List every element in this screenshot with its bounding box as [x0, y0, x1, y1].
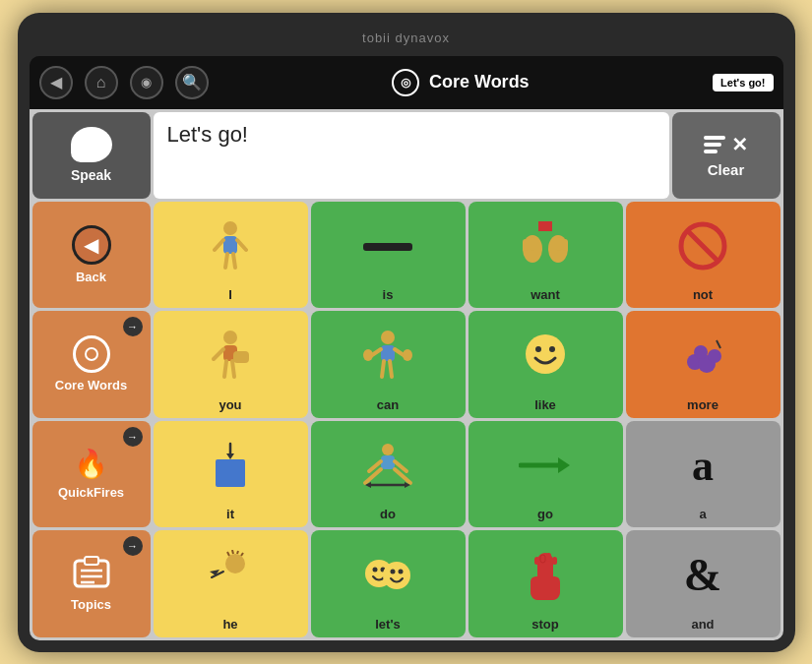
word-cell-a[interactable]: a a — [626, 421, 781, 528]
nav-bar: ◀ ⌂ ◉ 🔍 ◎ Core Words Let's go! — [30, 56, 783, 109]
arrow-badge-2: → — [123, 427, 143, 447]
cell-label-more: more — [687, 397, 718, 412]
svg-line-15 — [687, 230, 718, 262]
cell-image-he — [157, 534, 304, 617]
home-nav-button[interactable]: ⌂ — [85, 66, 118, 99]
svg-line-21 — [232, 361, 234, 377]
cell-label-you: you — [219, 397, 241, 412]
svg-rect-19 — [233, 351, 249, 363]
svg-point-41 — [382, 444, 394, 455]
cell-image-more — [630, 315, 777, 397]
cell-image-lets — [315, 534, 462, 617]
word-cell-not[interactable]: not — [626, 202, 781, 309]
clear-x-icon: ✕ — [731, 133, 748, 156]
cell-image-go — [472, 425, 619, 508]
topics-icon — [71, 555, 112, 592]
cell-label-is: is — [383, 287, 394, 302]
word-cell-do[interactable]: do — [311, 421, 466, 528]
nav-title-icon: ◎ — [392, 69, 419, 96]
cell-label-lets: let's — [375, 617, 401, 632]
word-cell-go[interactable]: go — [468, 421, 623, 528]
svg-rect-71 — [546, 553, 551, 562]
svg-rect-13 — [562, 239, 568, 251]
speak-bubble-icon — [71, 127, 112, 162]
core-words-button[interactable]: → Core Words — [32, 311, 151, 418]
back-nav-button[interactable]: ◀ — [39, 66, 73, 99]
svg-line-63 — [241, 553, 243, 556]
cell-image-and: & — [630, 534, 777, 617]
svg-line-20 — [224, 361, 226, 377]
quickfires-button[interactable]: → 🔥 QuickFires — [32, 421, 151, 528]
svg-line-37 — [717, 340, 720, 348]
profile-nav-button[interactable]: ◉ — [130, 66, 163, 99]
svg-point-31 — [535, 346, 541, 352]
cell-image-you — [157, 315, 304, 397]
clear-lines-icon — [704, 136, 725, 153]
nav-title-text: Core Words — [429, 72, 530, 92]
back-button[interactable]: ◀ Back — [32, 202, 151, 309]
word-cell-more[interactable]: more — [626, 311, 781, 418]
svg-point-69 — [399, 569, 404, 573]
word-cell-i[interactable]: I — [154, 202, 308, 309]
top-row: Speak Let's go! ✕ Clear — [32, 112, 781, 199]
word-cell-is[interactable]: is — [311, 202, 466, 309]
svg-rect-73 — [534, 557, 539, 565]
svg-rect-10 — [530, 237, 535, 251]
word-cell-like[interactable]: like — [468, 311, 623, 418]
svg-line-60 — [227, 552, 229, 556]
topics-button[interactable]: → Topics — [32, 530, 151, 637]
svg-point-67 — [383, 562, 410, 589]
speak-button[interactable]: Speak — [32, 112, 151, 199]
grid-row-4: → Topics — [32, 530, 781, 637]
svg-point-25 — [363, 349, 373, 361]
word-cell-you[interactable]: you — [154, 311, 308, 418]
svg-line-5 — [233, 254, 235, 268]
svg-line-62 — [237, 551, 238, 554]
device-frame: tobii dynavox ◀ ⌂ ◉ 🔍 ◎ Core Words Let — [18, 13, 795, 652]
cell-image-it — [157, 425, 304, 508]
word-cell-and[interactable]: & and — [626, 530, 781, 637]
svg-rect-42 — [381, 455, 395, 469]
cell-image-do — [315, 425, 462, 508]
cell-image-not — [630, 206, 777, 288]
svg-line-29 — [390, 361, 392, 377]
cell-image-want — [472, 206, 619, 288]
content-area: Speak Let's go! ✕ Clear — [30, 109, 783, 640]
word-cell-stop[interactable]: stop — [468, 530, 623, 637]
device-top-bar: tobii dynavox — [30, 25, 783, 52]
word-cell-it[interactable]: it — [154, 421, 308, 528]
cell-label-a: a — [699, 507, 706, 521]
word-cell-want[interactable]: want — [468, 202, 623, 309]
cell-label-stop: stop — [531, 617, 558, 632]
clear-button[interactable]: ✕ Clear — [672, 112, 781, 199]
word-cell-lets[interactable]: let's — [311, 530, 466, 637]
brand-logo: tobii dynavox — [362, 30, 450, 45]
grid-row-3: → 🔥 QuickFires i — [32, 421, 781, 528]
clear-label: Clear — [708, 161, 745, 178]
svg-rect-40 — [216, 459, 245, 487]
svg-line-61 — [232, 550, 233, 554]
screen: ◀ ⌂ ◉ 🔍 ◎ Core Words Let's go! — [30, 56, 783, 640]
profile-nav-icon: ◉ — [141, 75, 152, 90]
cell-image-like — [472, 315, 619, 397]
topics-label: Topics — [71, 597, 111, 612]
cell-label-want: want — [531, 287, 560, 302]
search-nav-button[interactable]: 🔍 — [175, 66, 209, 99]
cell-label-can: can — [377, 397, 399, 412]
svg-rect-70 — [540, 555, 545, 563]
nav-title: ◎ Core Words — [220, 69, 702, 96]
grid-row-2: → Core Words — [32, 311, 781, 418]
word-cell-can[interactable]: can — [311, 311, 466, 418]
svg-rect-9 — [523, 239, 529, 251]
home-nav-icon: ⌂ — [96, 74, 106, 91]
cell-label-not: not — [693, 287, 713, 302]
text-output: Let's go! — [154, 112, 669, 199]
grid-area: ◀ Back — [32, 202, 781, 637]
cell-label-and: and — [691, 617, 714, 632]
svg-line-3 — [237, 240, 246, 250]
word-cell-he[interactable]: he — [154, 530, 308, 637]
svg-line-2 — [215, 240, 223, 250]
arrow-badge: → — [123, 317, 143, 336]
cell-image-a: a — [630, 425, 777, 508]
cell-image-is — [315, 206, 462, 288]
